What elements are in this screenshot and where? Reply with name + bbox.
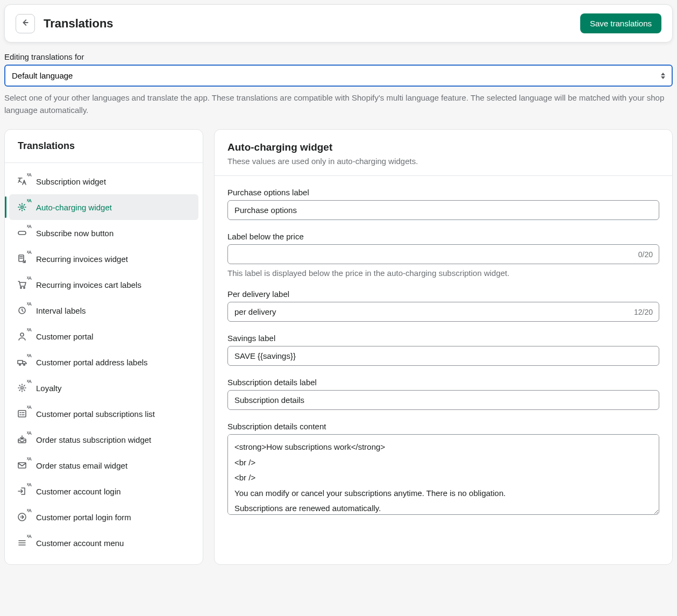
sidebar-title: Translations xyxy=(5,130,203,163)
sub-details-content-label: Subscription details content xyxy=(227,422,659,431)
svg-rect-13 xyxy=(18,463,26,468)
page-title: Translations xyxy=(44,17,113,31)
sidebar-item-label: Customer account login xyxy=(36,487,121,496)
purchase-options-input[interactable] xyxy=(227,200,659,220)
translate-badge-icon: ᵡA xyxy=(27,431,32,436)
language-help-text: Select one of your other languages and t… xyxy=(4,92,673,116)
field-savings: Savings label xyxy=(227,334,659,366)
sidebar-item-label: Subscription widget xyxy=(36,177,106,186)
translate-badge-icon: ᵡA xyxy=(27,508,32,513)
sidebar-item-order-status-subscription-widget[interactable]: ᵡAOrder status subscription widget xyxy=(9,427,198,452)
button-icon: ᵡA xyxy=(16,226,28,239)
savings-label: Savings label xyxy=(227,334,659,343)
person-icon: ᵡA xyxy=(16,330,28,343)
per-delivery-input[interactable] xyxy=(227,302,659,322)
sidebar-item-label: Customer account menu xyxy=(36,539,124,548)
gear-icon: ᵡA xyxy=(16,381,28,394)
language-select[interactable]: Default language xyxy=(4,65,673,87)
login-circle-icon: ᵡA xyxy=(16,511,28,523)
svg-point-3 xyxy=(20,287,22,288)
truck-icon: ᵡA xyxy=(16,356,28,369)
sidebar-item-label: Customer portal xyxy=(36,332,94,341)
label-below-price-help: This label is displayed below the price … xyxy=(227,268,659,278)
translate-badge-icon: ᵡA xyxy=(27,250,32,255)
menu-icon: ᵡA xyxy=(16,536,28,549)
field-sub-details-label: Subscription details label xyxy=(227,378,659,410)
translate-badge-icon: ᵡA xyxy=(27,353,32,358)
sidebar-item-loyalty[interactable]: ᵡALoyalty xyxy=(9,375,198,401)
field-per-delivery: Per delivery label 12/20 xyxy=(227,289,659,322)
sidebar-item-label: Customer portal address labels xyxy=(36,358,148,367)
translate-badge-icon: ᵡA xyxy=(27,405,32,410)
login-icon: ᵡA xyxy=(16,485,28,498)
sidebar-item-customer-portal-login-form[interactable]: ᵡACustomer portal login form xyxy=(9,504,198,530)
translate-badge-icon: ᵡA xyxy=(27,276,32,281)
content-row: Translations ᵡASubscription widgetᵡAAuto… xyxy=(0,116,677,569)
svg-rect-11 xyxy=(18,410,26,417)
sidebar-item-recurring-invoices-cart-labels[interactable]: ᵡARecurring invoices cart labels xyxy=(9,272,198,298)
svg-point-10 xyxy=(21,387,23,389)
sidebar-item-customer-account-login[interactable]: ᵡACustomer account login xyxy=(9,478,198,504)
svg-rect-1 xyxy=(18,231,26,235)
save-translations-button[interactable]: Save translations xyxy=(580,13,661,33)
sidebar-item-auto-charging-widget[interactable]: ᵡAAuto-charging widget xyxy=(9,194,198,220)
sidebar-item-interval-labels[interactable]: ᵡAInterval labels xyxy=(9,298,198,323)
svg-point-0 xyxy=(21,206,23,208)
sidebar-item-label: Customer portal login form xyxy=(36,513,131,522)
language-select-wrap: Default language xyxy=(4,65,673,87)
form-body: Purchase options label Label below the p… xyxy=(215,176,672,529)
form-card: Auto-charging widget These values are us… xyxy=(214,129,673,565)
svg-point-6 xyxy=(20,333,24,336)
sub-details-label-label: Subscription details label xyxy=(227,378,659,387)
sidebar-item-label: Recurring invoices cart labels xyxy=(36,280,141,289)
section-title: Auto-charging widget xyxy=(227,141,659,153)
list-box-icon: ᵡA xyxy=(16,407,28,420)
sidebar-item-label: Auto-charging widget xyxy=(36,203,112,212)
svg-rect-7 xyxy=(18,360,23,364)
sidebar-item-recurring-invoices-widget[interactable]: ᵡARecurring invoices widget xyxy=(9,246,198,272)
sidebar-item-label: Loyalty xyxy=(36,384,62,393)
sidebar-item-customer-portal-address-labels[interactable]: ᵡACustomer portal address labels xyxy=(9,349,198,375)
sub-details-label-input[interactable] xyxy=(227,390,659,410)
sidebar-item-subscription-widget[interactable]: ᵡASubscription widget xyxy=(9,168,198,194)
translate-icon: ᵡA xyxy=(16,175,28,188)
field-purchase-options: Purchase options label xyxy=(227,188,659,220)
sidebar-item-label: Recurring invoices widget xyxy=(36,254,128,264)
page-header: Translations Save translations xyxy=(4,4,673,43)
svg-point-4 xyxy=(24,287,25,288)
field-sub-details-content: Subscription details content xyxy=(227,422,659,516)
per-delivery-label: Per delivery label xyxy=(227,289,659,299)
sidebar-item-customer-portal[interactable]: ᵡACustomer portal xyxy=(9,323,198,349)
nav-list: ᵡASubscription widgetᵡAAuto-charging wid… xyxy=(5,163,203,564)
inbox-icon: ᵡA xyxy=(16,433,28,446)
label-below-price-input[interactable] xyxy=(227,244,659,264)
back-button[interactable] xyxy=(16,14,35,33)
cart-icon: ᵡA xyxy=(16,278,28,291)
translations-sidebar: Translations ᵡASubscription widgetᵡAAuto… xyxy=(4,129,203,565)
purchase-options-label: Purchase options label xyxy=(227,188,659,197)
language-block: Editing translations for Default languag… xyxy=(0,47,677,116)
sidebar-item-subscribe-now-button[interactable]: ᵡASubscribe now button xyxy=(9,220,198,246)
translate-badge-icon: ᵡA xyxy=(27,534,32,539)
label-below-price-label: Label below the price xyxy=(227,232,659,241)
savings-input[interactable] xyxy=(227,346,659,366)
sidebar-item-label: Order status email widget xyxy=(36,461,127,470)
sub-details-content-textarea[interactable] xyxy=(227,434,659,515)
svg-point-9 xyxy=(24,364,25,366)
sidebar-item-label: Interval labels xyxy=(36,306,86,315)
mail-icon: ᵡA xyxy=(16,459,28,472)
sidebar-item-customer-portal-subscriptions-list[interactable]: ᵡACustomer portal subscriptions list xyxy=(9,401,198,427)
translate-badge-icon: ᵡA xyxy=(27,457,32,462)
translate-badge-icon: ᵡA xyxy=(27,302,32,307)
sidebar-item-order-status-email-widget[interactable]: ᵡAOrder status email widget xyxy=(9,452,198,478)
sidebar-item-customer-account-menu[interactable]: ᵡACustomer account menu xyxy=(9,530,198,556)
sidebar-item-label: Customer portal subscriptions list xyxy=(36,409,155,419)
gear-icon: ᵡA xyxy=(16,201,28,214)
header-left: Translations xyxy=(16,14,113,33)
translate-badge-icon: ᵡA xyxy=(27,199,32,203)
language-label: Editing translations for xyxy=(4,52,673,61)
sidebar-item-label: Order status subscription widget xyxy=(36,435,151,444)
translate-badge-icon: ᵡA xyxy=(27,379,32,384)
sidebar-item-label: Subscribe now button xyxy=(36,229,113,238)
field-label-below-price: Label below the price 0/20 This label is… xyxy=(227,232,659,278)
